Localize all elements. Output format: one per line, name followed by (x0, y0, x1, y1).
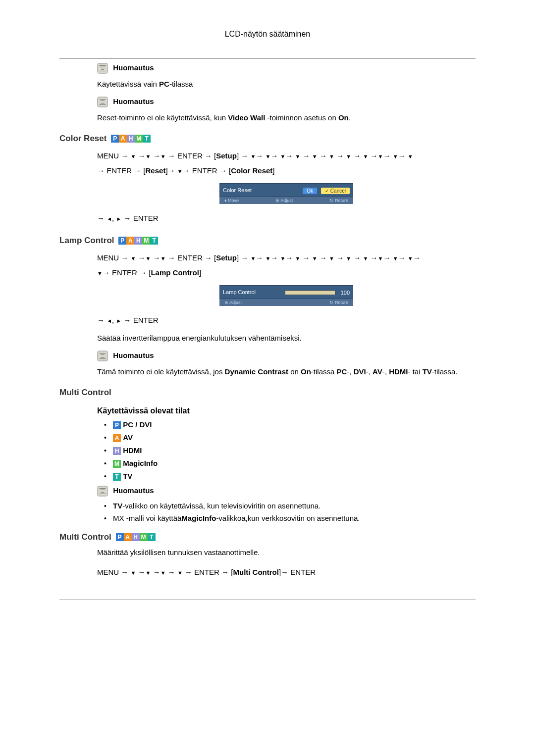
multi-control-nav: MENU → → → → → ENTER → [Multi Control]→ … (97, 565, 476, 580)
osd-cancel-button: ✓ Cancel (321, 188, 350, 194)
note-icon (97, 63, 108, 74)
osd-ok-button: Ok (303, 188, 317, 194)
osd-value: 100 (341, 290, 350, 296)
header-rule (59, 58, 476, 59)
badge-m-icon: M (140, 533, 148, 541)
note-block: Huomautus (97, 63, 476, 74)
page-header: LCD-näytön säätäminen (59, 30, 476, 39)
note-icon (97, 351, 108, 361)
badge-m-icon: M (142, 237, 150, 245)
note-label: Huomautus (113, 486, 154, 494)
osd-return-label: ↻ Return (329, 300, 348, 305)
lamp-control-desc: Säätää invertterilamppua energiankulutuk… (97, 333, 476, 344)
badge-p-icon: P (113, 421, 121, 429)
list-item: A AV (104, 433, 476, 442)
list-item: H HDMI (104, 446, 476, 455)
badge-p-icon: P (111, 135, 119, 143)
badge-t-icon: T (113, 473, 121, 481)
note-block-2: Huomautus (97, 97, 476, 107)
badge-h-icon: H (132, 533, 140, 541)
lamp-note-text: Tämä toiminto ei ole käytettävissä, jos … (97, 366, 476, 378)
multi-note-list: TV-valikko on käytettävissä, kun televis… (97, 502, 476, 522)
osd-return-label: ↻ Return (329, 198, 348, 203)
badge-a-icon: A (119, 135, 127, 143)
svg-rect-0 (98, 63, 107, 73)
osd-adjust-label: ⊕ Adjust (275, 198, 293, 203)
list-item: P PC / DVI (104, 420, 476, 429)
page-title: LCD-näytön säätäminen (225, 30, 311, 38)
multi-control-desc: Määrittää yksilöllisen tunnuksen vastaan… (97, 547, 476, 558)
footer-rule (59, 600, 476, 600)
note-label: Huomautus (113, 97, 154, 105)
svg-rect-1 (98, 97, 107, 107)
svg-rect-3 (98, 486, 107, 496)
badge-t-icon: T (148, 533, 156, 541)
note-text-2: Reset-toiminto ei ole käytettävissä, kun… (97, 112, 476, 124)
color-reset-nav-tail: → , → ENTER (97, 211, 476, 226)
badge-h-icon: H (113, 447, 121, 455)
osd-label: Color Reset (223, 187, 252, 193)
note-icon (97, 486, 108, 497)
mode-list: P PC / DVI A AV H HDMI M MagicInfo T TV (97, 420, 476, 481)
color-reset-osd: Color Reset Ok ✓ Cancel ♦ Move ⊕ Adjust … (219, 183, 353, 204)
multi-control-subtitle: Käytettävissä olevat tilat (97, 406, 476, 415)
color-reset-title: Color Reset PAHMT (59, 134, 476, 144)
svg-rect-2 (98, 351, 107, 361)
list-item: T TV (104, 472, 476, 481)
badge-h-icon: H (134, 237, 142, 245)
lamp-note-block: Huomautus (97, 351, 476, 361)
list-item: MX -malli voi käyttääMagicInfo-valikkoa,… (104, 514, 476, 522)
lamp-control-nav-tail: → , → ENTER (97, 313, 476, 328)
osd-adjust-label: ⊕ Adjust (224, 300, 242, 305)
badge-m-icon: M (113, 460, 121, 468)
badge-p-icon: P (116, 533, 124, 541)
note-text: Käytettävissä vain PC-tilassa (97, 79, 476, 90)
badge-a-icon: A (113, 434, 121, 442)
lamp-control-nav: MENU → → → → ENTER → [Setup] → → → → → →… (97, 251, 476, 280)
list-item: M MagicInfo (104, 459, 476, 468)
badge-p-icon: P (118, 237, 126, 245)
osd-move-label: ♦ Move (224, 198, 239, 203)
osd-label: Lamp Control (223, 289, 256, 295)
note-label: Huomautus (113, 63, 154, 71)
badge-t-icon: T (143, 135, 151, 143)
badge-t-icon: T (150, 237, 158, 245)
multi-note-block: Huomautus (97, 486, 476, 497)
badge-m-icon: M (135, 135, 143, 143)
multi-control-title: Multi Control (59, 388, 476, 398)
badge-a-icon: A (124, 533, 132, 541)
note-icon (97, 97, 108, 107)
color-reset-nav: MENU → → → → ENTER → [Setup] → → → → → →… (97, 149, 476, 178)
badge-h-icon: H (127, 135, 135, 143)
lamp-control-title: Lamp Control PAHMT (59, 236, 476, 246)
note-label: Huomautus (113, 351, 154, 359)
osd-slider (285, 290, 335, 295)
list-item: TV-valikko on käytettävissä, kun televis… (104, 502, 476, 510)
lamp-control-osd: Lamp Control 100 ⊕ Adjust ↻ Return (219, 285, 353, 306)
multi-control-2-title: Multi Control PAHMT (59, 532, 476, 542)
badge-a-icon: A (126, 237, 134, 245)
